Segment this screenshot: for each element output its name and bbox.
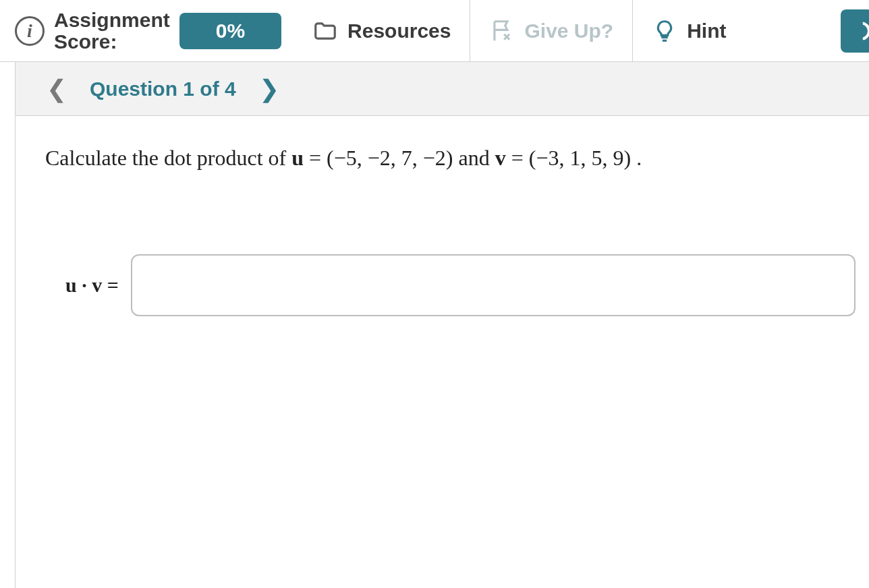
assignment-score-label: Assignment Score:: [54, 9, 170, 52]
prev-question-button[interactable]: ❮: [43, 75, 71, 103]
flag-x-icon: [489, 18, 515, 44]
left-divider: [15, 62, 16, 588]
question-prompt: Calculate the dot product of u = (−5, −2…: [45, 143, 856, 173]
resources-label: Resources: [347, 20, 451, 42]
answer-input[interactable]: [131, 254, 856, 316]
score-section: i Assignment Score: 0%: [15, 0, 293, 61]
resources-section: Resources: [293, 0, 470, 61]
giveup-button: Give Up?: [482, 18, 620, 44]
giveup-section: Give Up?: [470, 0, 633, 61]
body-wrap: ❮ Question 1 of 4 ❯ Calculate the dot pr…: [0, 62, 869, 588]
hint-button[interactable]: Hint: [645, 18, 733, 44]
info-icon[interactable]: i: [15, 16, 45, 46]
answer-row: u · v =: [45, 254, 856, 316]
question-content: Calculate the dot product of u = (−5, −2…: [16, 116, 869, 316]
score-badge: 0%: [179, 13, 281, 49]
hint-label: Hint: [687, 20, 726, 42]
answer-label: u · v =: [65, 274, 119, 297]
circle-icon: [851, 22, 869, 40]
question-counter: Question 1 of 4: [90, 78, 236, 100]
lightbulb-icon: [652, 18, 677, 44]
giveup-label: Give Up?: [524, 20, 613, 42]
question-nav: ❮ Question 1 of 4 ❯: [16, 62, 869, 116]
hint-section: Hint: [633, 0, 745, 61]
next-question-button[interactable]: ❯: [255, 75, 283, 103]
partial-right-button[interactable]: [841, 9, 869, 53]
folder-icon: [312, 18, 338, 44]
resources-button[interactable]: Resources: [306, 18, 457, 44]
top-toolbar: i Assignment Score: 0% Resources Give Up…: [0, 0, 869, 62]
